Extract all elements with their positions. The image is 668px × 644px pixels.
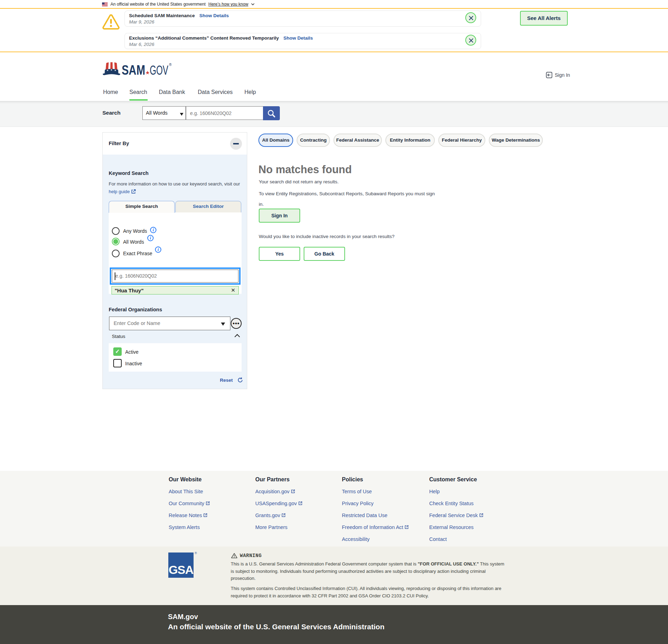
svg-text:SAM: SAM [122,63,145,77]
svg-text:®: ® [169,63,172,67]
svg-text:GOV: GOV [150,63,168,77]
